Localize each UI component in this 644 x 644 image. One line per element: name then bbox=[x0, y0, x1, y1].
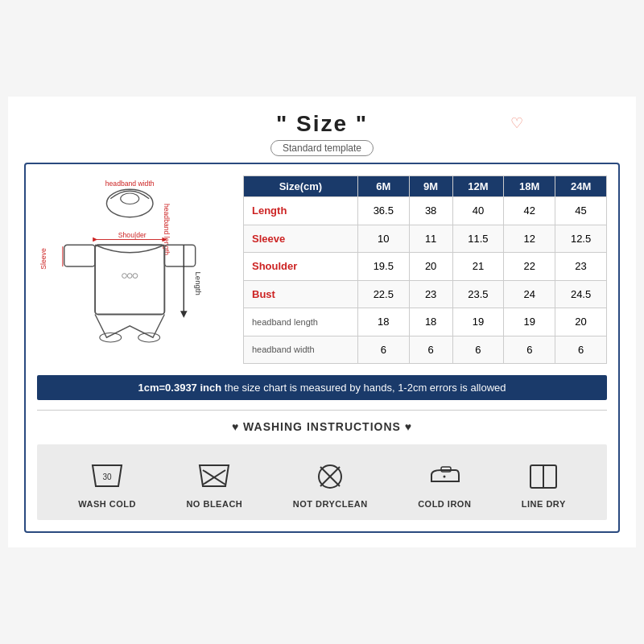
svg-text:Shou|der: Shou|der bbox=[118, 231, 147, 239]
svg-point-26 bbox=[444, 476, 446, 478]
cold-iron-item: COLD IRON bbox=[418, 459, 471, 509]
washing-title: ♥ WASHING INSTRUCTIONS ♥ bbox=[37, 420, 607, 433]
table-header-24m: 24M bbox=[555, 176, 607, 197]
standard-badge: Standard template bbox=[270, 140, 374, 156]
not-dryclean-label: NOT DRYCLEAN bbox=[293, 499, 368, 509]
svg-point-16 bbox=[122, 274, 127, 279]
svg-rect-4 bbox=[95, 245, 164, 314]
svg-point-2 bbox=[121, 193, 139, 204]
divider bbox=[37, 410, 607, 411]
note-bar: 1cm=0.3937 inch the size chart is measur… bbox=[37, 375, 607, 400]
garment-diagram: headband width headband length bbox=[37, 175, 230, 364]
diagram-svg: headband width headband length bbox=[37, 175, 230, 361]
table-header-18m: 18M bbox=[504, 176, 555, 197]
svg-text:30: 30 bbox=[103, 473, 113, 481]
line-dry-icon bbox=[524, 459, 563, 493]
line-dry-label: LINE DRY bbox=[522, 499, 566, 509]
svg-text:Length: Length bbox=[194, 272, 203, 295]
washing-icons-container: 30 WASH COLD NO BLEACH bbox=[37, 444, 607, 520]
main-box: headband width headband length bbox=[24, 163, 620, 533]
wash-cold-icon: 30 bbox=[88, 459, 126, 493]
svg-point-18 bbox=[133, 274, 138, 279]
page: " Size " ♡ Standard template headband wi… bbox=[8, 97, 636, 547]
svg-point-7 bbox=[100, 333, 122, 343]
wash-cold-item: 30 WASH COLD bbox=[78, 459, 136, 509]
no-bleach-item: NO BLEACH bbox=[186, 459, 242, 509]
cold-iron-icon bbox=[425, 459, 464, 493]
size-section: headband width headband length bbox=[37, 175, 607, 364]
heart-icon: ♡ bbox=[510, 114, 523, 132]
table-header-12m: 12M bbox=[452, 176, 504, 197]
wash-cold-label: WASH COLD bbox=[78, 499, 136, 509]
table-header-6m: 6M bbox=[357, 176, 409, 197]
cold-iron-label: COLD IRON bbox=[418, 499, 471, 509]
table-header-size: Size(cm) bbox=[244, 176, 358, 197]
not-dryclean-icon bbox=[311, 459, 349, 493]
no-bleach-label: NO BLEACH bbox=[186, 499, 242, 509]
header: " Size " ♡ Standard template bbox=[24, 111, 620, 156]
table-header-9m: 9M bbox=[409, 176, 452, 197]
svg-text:headband width: headband width bbox=[105, 180, 155, 188]
svg-rect-5 bbox=[64, 245, 95, 266]
svg-point-17 bbox=[127, 274, 132, 279]
svg-text:Sleeve: Sleeve bbox=[39, 248, 47, 270]
svg-point-8 bbox=[138, 333, 160, 343]
not-dryclean-item: NOT DRYCLEAN bbox=[293, 459, 368, 509]
page-title: " Size " bbox=[24, 111, 620, 137]
size-table: Size(cm) 6M 9M 12M 18M 24M Length36.5384… bbox=[243, 175, 607, 364]
no-bleach-icon bbox=[195, 459, 233, 493]
line-dry-item: LINE DRY bbox=[522, 459, 566, 509]
